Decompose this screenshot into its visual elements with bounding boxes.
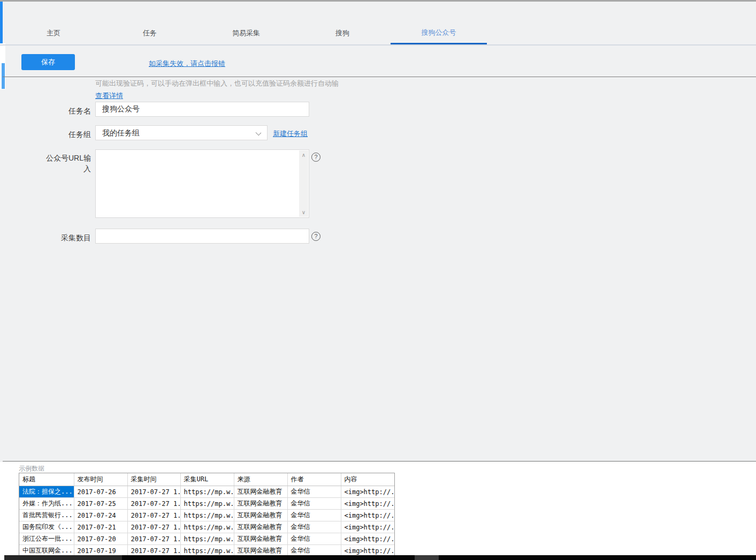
toolbar-divider [3,77,756,77]
sample-data-listview[interactable]: 标题发布时间采集时间采集URL来源作者内容 法院：担保之...2017-07-2… [19,473,395,557]
table-cell[interactable]: 2017-07-21 [74,521,127,533]
table-cell[interactable]: https://mp.w... [180,486,234,498]
table-cell[interactable]: 互联网金融教育 [234,486,287,498]
table-cell[interactable]: 2017-07-27 1... [127,521,180,533]
left-accent-bar-secondary [2,63,5,89]
table-cell[interactable]: https://mp.w... [180,533,234,545]
tab-sogou[interactable]: 搜狗 [294,2,391,44]
chevron-down-icon [256,130,262,136]
table-column-header[interactable]: 采集URL [180,473,234,486]
table-row[interactable]: 首批民营银行...2017-07-242017-07-27 1...https:… [19,510,394,521]
table-cell[interactable]: https://mp.w... [180,498,234,510]
count-help-icon[interactable]: ? [311,232,320,241]
tab-bar-divider [0,44,756,46]
background-window-bar [415,555,439,560]
background-window-bar [439,555,756,560]
table-column-header[interactable]: 内容 [341,473,394,486]
table-cell[interactable]: 金华信 [287,510,341,521]
collect-count-label: 采集数目 [45,232,91,243]
table-cell[interactable]: 金华信 [287,486,341,498]
table-header-row: 标题发布时间采集时间采集URL来源作者内容 [19,473,394,486]
table-cell[interactable]: 互联网金融教育 [234,533,287,545]
task-group-selected-value: 我的任务组 [102,128,140,137]
scroll-down-icon[interactable]: ∨ [302,209,306,215]
tab-sogou-official-account[interactable]: 搜狗公众号 [391,2,487,44]
table-row[interactable]: 外媒：作为纸...2017-07-252017-07-27 1...https:… [19,498,394,510]
task-group-select[interactable]: 我的任务组 [95,125,268,140]
view-details-link[interactable]: 查看详情 [95,91,123,101]
table-cell[interactable]: 国务院印发《... [19,521,74,533]
table-cell[interactable]: 金华信 [287,533,341,545]
scroll-up-icon[interactable]: ∧ [302,152,306,158]
table-cell[interactable]: 金华信 [287,498,341,510]
app-window: 主页 任务 简易采集 搜狗 搜狗公众号 保存 如采集失效，请点击报错 可能出现验… [0,0,756,560]
task-name-label: 任务名 [45,105,91,116]
sample-data-panel: 示例数据 标题发布时间采集时间采集URL来源作者内容 法院：担保之...2017… [0,462,756,560]
report-error-link[interactable]: 如采集失效，请点击报错 [149,59,225,69]
task-name-input[interactable] [95,102,309,117]
left-accent-bar [0,2,3,43]
table-column-header[interactable]: 来源 [234,473,287,486]
table-cell[interactable]: https://mp.w... [180,510,234,521]
new-task-group-link[interactable]: 新建任务组 [273,129,308,139]
tab-tasks[interactable]: 任务 [102,2,198,44]
table-cell[interactable]: 金华信 [287,521,341,533]
table-column-header[interactable]: 采集时间 [127,473,180,486]
table-cell[interactable]: 互联网金融教育 [234,521,287,533]
tab-easy-collect[interactable]: 简易采集 [198,2,294,44]
table-cell[interactable]: <img>http://... [341,498,394,510]
tab-bar: 主页 任务 简易采集 搜狗 搜狗公众号 [5,2,487,44]
table-row[interactable]: 浙江公布一批...2017-07-202017-07-27 1...https:… [19,533,394,545]
table-cell[interactable]: 2017-07-27 1... [127,533,180,545]
table-cell[interactable]: 首批民营银行... [19,510,74,521]
table-row[interactable]: 法院：担保之...2017-07-262017-07-27 1...https:… [19,486,394,498]
table-cell[interactable]: 2017-07-25 [74,498,127,510]
table-cell[interactable]: <img>http://... [341,533,394,545]
tab-home[interactable]: 主页 [5,2,102,44]
table-cell[interactable]: <img>http://... [341,486,394,498]
table-cell[interactable]: 法院：担保之... [19,486,74,498]
table-cell[interactable]: 互联网金融教育 [234,498,287,510]
sample-data-table: 标题发布时间采集时间采集URL来源作者内容 法院：担保之...2017-07-2… [19,473,395,557]
table-column-header[interactable]: 标题 [19,473,74,486]
table-row[interactable]: 国务院印发《...2017-07-212017-07-27 1...https:… [19,521,394,533]
table-cell[interactable]: https://mp.w... [180,521,234,533]
table-cell[interactable]: 浙江公布一批... [19,533,74,545]
table-cell[interactable]: <img>http://... [341,510,394,521]
url-help-icon[interactable]: ? [311,153,320,162]
sample-section-divider [3,461,756,461]
task-group-label: 任务组 [45,129,91,140]
sample-data-label: 示例数据 [19,464,44,473]
table-cell[interactable]: 互联网金融教育 [234,510,287,521]
table-cell[interactable]: 2017-07-20 [74,533,127,545]
textarea-scrollbar[interactable]: ∧ ∨ [299,150,308,217]
background-window-bar [122,555,415,560]
table-cell[interactable]: 2017-07-26 [74,486,127,498]
collect-count-input[interactable] [95,229,309,244]
background-window-bar [4,555,122,560]
table-cell[interactable]: <img>http://... [341,521,394,533]
table-cell[interactable]: 2017-07-24 [74,510,127,521]
table-column-header[interactable]: 作者 [287,473,341,486]
table-column-header[interactable]: 发布时间 [74,473,127,486]
table-cell[interactable]: 2017-07-27 1... [127,486,180,498]
account-url-textarea[interactable]: ∧ ∨ [95,149,309,218]
table-cell[interactable]: 2017-07-27 1... [127,510,180,521]
account-url-label: 公众号URL输入 [45,153,91,174]
save-button[interactable]: 保存 [21,54,75,70]
table-cell[interactable]: 外媒：作为纸... [19,498,74,510]
table-cell[interactable]: 2017-07-27 1... [127,498,180,510]
captcha-hint-text: 可能出现验证码，可以手动在弹出框中输入，也可以充值验证码余额进行自动输 [95,79,339,88]
